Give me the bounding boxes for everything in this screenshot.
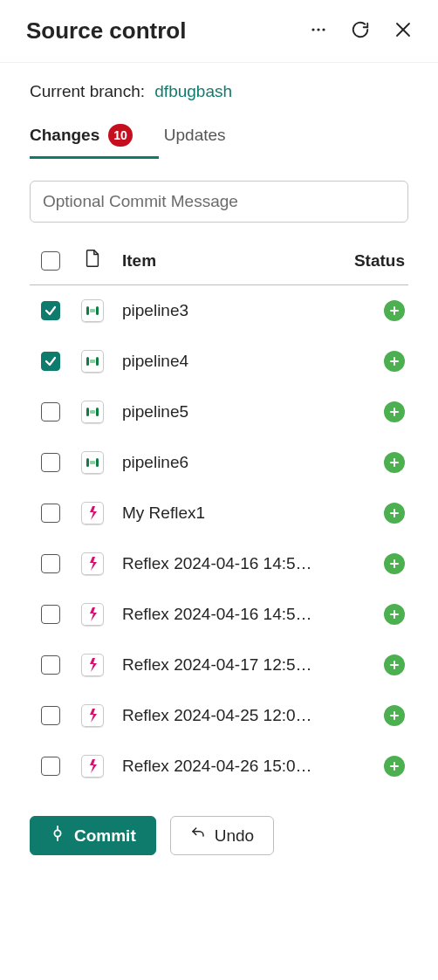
row-checkbox[interactable] xyxy=(41,706,60,725)
item-name: Reflex 2024-04-26 15:0… xyxy=(113,757,347,776)
panel-body: Current branch: dfbugbash Changes 10 Upd… xyxy=(0,63,438,881)
row-checkbox[interactable] xyxy=(41,453,60,472)
commit-icon xyxy=(50,826,65,846)
tabs: Changes 10 Updates xyxy=(30,124,408,160)
reflex-icon xyxy=(81,502,104,524)
table-row[interactable]: pipeline6 xyxy=(30,437,408,488)
status-added-icon xyxy=(384,452,405,473)
item-name: Reflex 2024-04-17 12:5… xyxy=(113,655,347,675)
current-branch-name[interactable]: dfbugbash xyxy=(154,82,232,100)
header-actions xyxy=(311,20,412,42)
item-name: Reflex 2024-04-16 14:5… xyxy=(113,554,347,573)
svg-rect-10 xyxy=(86,357,89,366)
changes-list: pipeline3pipeline4pipeline5pipeline6My R… xyxy=(30,285,408,792)
table-row[interactable]: Reflex 2024-04-26 15:0… xyxy=(30,741,408,792)
reflex-icon xyxy=(81,603,104,626)
row-checkbox[interactable] xyxy=(41,504,60,523)
reflex-icon xyxy=(81,654,104,676)
pipeline-icon xyxy=(81,401,104,423)
refresh-icon xyxy=(351,20,370,42)
svg-rect-22 xyxy=(90,461,95,464)
pipeline-icon xyxy=(81,350,104,373)
svg-marker-34 xyxy=(90,658,97,672)
svg-marker-31 xyxy=(90,607,97,621)
item-name: pipeline6 xyxy=(113,453,347,472)
status-added-icon xyxy=(384,351,405,372)
svg-marker-40 xyxy=(90,759,97,773)
table-row[interactable]: My Reflex1 xyxy=(30,488,408,538)
select-all-checkbox[interactable] xyxy=(41,251,60,271)
status-added-icon xyxy=(384,604,405,625)
svg-marker-28 xyxy=(90,557,97,571)
svg-point-2 xyxy=(322,28,325,31)
table-row[interactable]: Reflex 2024-04-16 14:5… xyxy=(30,538,408,589)
table-row[interactable]: Reflex 2024-04-17 12:5… xyxy=(30,640,408,690)
commit-message-input[interactable] xyxy=(30,181,408,223)
item-name: Reflex 2024-04-25 12:0… xyxy=(113,706,347,725)
reflex-icon xyxy=(81,552,104,575)
current-branch-label: Current branch: xyxy=(30,82,145,100)
svg-point-1 xyxy=(317,28,319,31)
row-checkbox[interactable] xyxy=(41,352,60,371)
tab-changes[interactable]: Changes 10 xyxy=(30,124,133,159)
changes-table-header: Item Status xyxy=(30,235,408,285)
table-row[interactable]: Reflex 2024-04-25 12:0… xyxy=(30,690,408,741)
svg-marker-25 xyxy=(90,506,97,520)
tab-updates-label: Updates xyxy=(164,126,226,145)
svg-rect-7 xyxy=(90,309,95,312)
svg-point-0 xyxy=(311,28,314,31)
svg-rect-17 xyxy=(90,410,95,414)
source-control-panel: Source control Current branch: dfbug xyxy=(0,0,438,881)
table-row[interactable]: Reflex 2024-04-16 14:5… xyxy=(30,589,408,640)
panel-title: Source control xyxy=(26,17,311,45)
item-name: pipeline3 xyxy=(113,301,347,320)
table-row[interactable]: pipeline4 xyxy=(30,336,408,387)
table-row[interactable]: pipeline3 xyxy=(30,285,408,336)
panel-header: Source control xyxy=(0,0,438,63)
row-checkbox[interactable] xyxy=(41,655,60,675)
row-checkbox[interactable] xyxy=(41,402,60,421)
item-name: Reflex 2024-04-16 14:5… xyxy=(113,605,347,624)
row-checkbox[interactable] xyxy=(41,757,60,776)
commit-button-label: Commit xyxy=(74,826,136,846)
svg-rect-20 xyxy=(86,458,89,467)
undo-button[interactable]: Undo xyxy=(170,816,274,855)
svg-point-44 xyxy=(54,830,60,836)
item-name: pipeline4 xyxy=(113,352,347,371)
svg-rect-5 xyxy=(86,306,89,315)
status-added-icon xyxy=(384,553,405,574)
ellipsis-icon xyxy=(311,22,326,40)
footer-actions: Commit Undo xyxy=(30,816,408,855)
status-added-icon xyxy=(384,705,405,726)
svg-rect-11 xyxy=(96,357,99,366)
column-header-status[interactable]: Status xyxy=(347,251,408,271)
status-added-icon xyxy=(384,654,405,675)
row-checkbox[interactable] xyxy=(41,605,60,624)
svg-rect-21 xyxy=(96,458,99,467)
status-added-icon xyxy=(384,503,405,524)
table-row[interactable]: pipeline5 xyxy=(30,387,408,437)
svg-marker-37 xyxy=(90,709,97,723)
svg-rect-12 xyxy=(90,360,95,363)
item-name: My Reflex1 xyxy=(113,504,347,523)
row-checkbox[interactable] xyxy=(41,301,60,320)
column-header-item[interactable]: Item xyxy=(113,251,347,271)
pipeline-icon xyxy=(81,299,104,322)
status-added-icon xyxy=(384,300,405,321)
refresh-button[interactable] xyxy=(351,20,370,42)
more-options-button[interactable] xyxy=(311,22,326,40)
undo-icon xyxy=(190,826,206,846)
row-checkbox[interactable] xyxy=(41,554,60,573)
tab-updates[interactable]: Updates xyxy=(164,124,226,159)
tab-changes-label: Changes xyxy=(30,126,99,145)
changes-count-badge: 10 xyxy=(108,124,133,147)
status-added-icon xyxy=(384,756,405,777)
pipeline-icon xyxy=(81,451,104,474)
current-branch-row: Current branch: dfbugbash xyxy=(30,82,408,101)
status-added-icon xyxy=(384,401,405,422)
item-name: pipeline5 xyxy=(113,402,347,421)
close-button[interactable] xyxy=(394,21,412,41)
commit-button[interactable]: Commit xyxy=(30,816,156,855)
file-icon xyxy=(84,249,101,272)
close-icon xyxy=(394,21,412,41)
